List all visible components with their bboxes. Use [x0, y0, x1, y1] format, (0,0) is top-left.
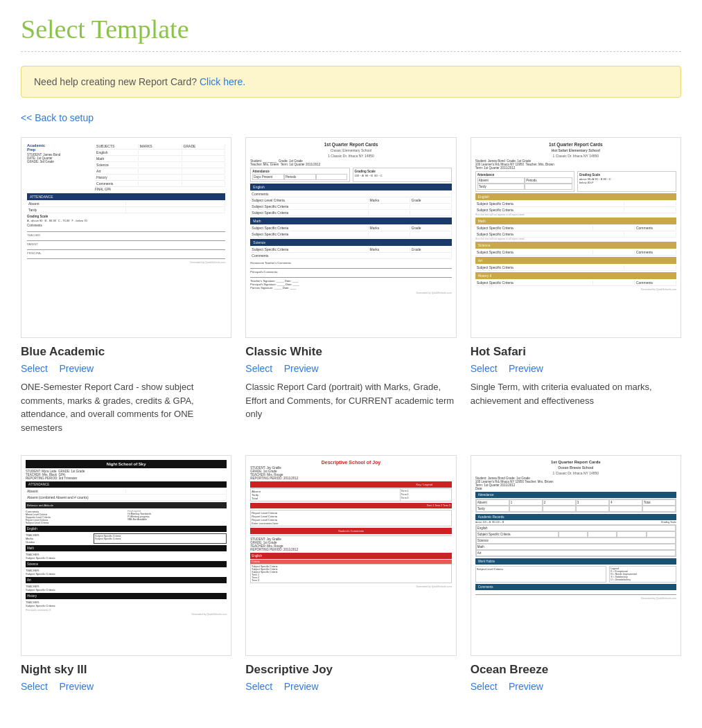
- select-hot-safari[interactable]: Select: [471, 363, 498, 374]
- notice-bar: Need help creating new Report Card? Clic…: [21, 66, 681, 98]
- back-link[interactable]: << Back to setup: [21, 112, 94, 123]
- template-name-ocean-breeze: Ocean Breeze: [471, 663, 681, 677]
- template-name-night-sky-iii: Night sky III: [21, 663, 231, 677]
- preview-hot-safari[interactable]: Preview: [509, 363, 543, 374]
- template-card-blue-academic: AcademicPrep STUDENT: James Bond DATE: 1…: [21, 137, 231, 434]
- template-card-ocean-breeze: 1st Quarter Report Cards Ocean Breeze Sc…: [471, 455, 681, 698]
- select-night-sky-iii[interactable]: Select: [21, 681, 48, 692]
- template-desc-classic-white: Classic Report Card (portrait) with Mark…: [245, 380, 456, 421]
- template-preview-classic-white: 1st Quarter Report Cards Classic Element…: [245, 137, 456, 338]
- select-classic-white[interactable]: Select: [245, 363, 272, 374]
- template-card-descriptive-joy: Descriptive School of Joy STUDENT: Joy G…: [245, 455, 456, 698]
- template-preview-hot-safari: 1st Quarter Report Cards Hot Safari Elem…: [471, 137, 681, 338]
- preview-ocean-breeze[interactable]: Preview: [509, 681, 543, 692]
- template-preview-night-sky-iii: Night School of Sky STUDENT: Myra Latte …: [21, 455, 231, 656]
- template-preview-ocean-breeze: 1st Quarter Report Cards Ocean Breeze Sc…: [471, 455, 681, 656]
- template-card-night-sky-iii: Night School of Sky STUDENT: Myra Latte …: [21, 455, 231, 698]
- template-preview-blue-academic: AcademicPrep STUDENT: James Bond DATE: 1…: [21, 137, 231, 338]
- templates-grid: AcademicPrep STUDENT: James Bond DATE: 1…: [21, 137, 681, 698]
- preview-blue-academic[interactable]: Preview: [59, 363, 94, 374]
- select-blue-academic[interactable]: Select: [21, 363, 48, 374]
- notice-text: Need help creating new Report Card?: [34, 76, 197, 87]
- select-ocean-breeze[interactable]: Select: [471, 681, 498, 692]
- preview-night-sky-iii[interactable]: Preview: [59, 681, 94, 692]
- template-links-night-sky-iii: Select Preview: [21, 680, 231, 693]
- template-card-hot-safari: 1st Quarter Report Cards Hot Safari Elem…: [471, 137, 681, 434]
- template-name-blue-academic: Blue Academic: [21, 345, 231, 359]
- preview-classic-white[interactable]: Preview: [284, 363, 319, 374]
- template-desc-blue-academic: ONE-Semester Report Card - show subject …: [21, 380, 231, 434]
- template-preview-descriptive-joy: Descriptive School of Joy STUDENT: Joy G…: [245, 455, 456, 656]
- template-links-blue-academic: Select Preview: [21, 362, 231, 375]
- divider: [21, 51, 681, 52]
- notice-link[interactable]: Click here.: [200, 76, 245, 87]
- template-links-classic-white: Select Preview: [245, 362, 456, 375]
- template-name-classic-white: Classic White: [245, 345, 456, 359]
- template-name-hot-safari: Hot Safari: [471, 345, 681, 359]
- template-links-ocean-breeze: Select Preview: [471, 680, 681, 693]
- template-links-descriptive-joy: Select Preview: [245, 680, 456, 693]
- page-title: Select Template: [21, 14, 681, 44]
- preview-descriptive-joy[interactable]: Preview: [284, 681, 319, 692]
- template-card-classic-white: 1st Quarter Report Cards Classic Element…: [245, 137, 456, 434]
- template-links-hot-safari: Select Preview: [471, 362, 681, 375]
- select-descriptive-joy[interactable]: Select: [245, 681, 272, 692]
- template-name-descriptive-joy: Descriptive Joy: [245, 663, 456, 677]
- template-desc-hot-safari: Single Term, with criteria evaluated on …: [471, 380, 681, 407]
